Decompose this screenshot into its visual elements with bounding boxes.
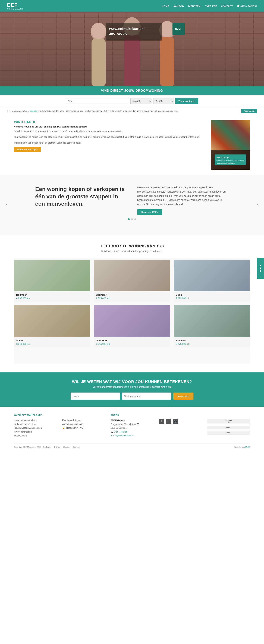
property-info: Boxmeer € 325.000 k.k. (94, 291, 170, 302)
property-card[interactable]: Vianen € 249.000 k.k. (14, 305, 90, 348)
cta-naam-input[interactable] (71, 392, 120, 400)
search-van-select[interactable]: Van € 0 Van € 100.000 Van € 200.000 Van … (131, 98, 152, 104)
footer-link-inloggen[interactable]: 🔒 Inloggen Mijn NVM (62, 427, 83, 429)
property-price: € 249.000 k.k. (16, 343, 88, 345)
winteractie-title: WINTERACTIE (14, 120, 204, 124)
main-nav: HOME AANBOD DIENSTEN OVER EEF CONTACT ☎ … (162, 5, 257, 8)
toon-woningen-button[interactable]: Toon woningen (175, 98, 198, 104)
linkedin-icon[interactable]: in (166, 419, 171, 424)
footer-link-beoordelingen[interactable]: Klantbeoordelingen (62, 419, 80, 422)
footer-website-by: Website by JUNIE (234, 446, 250, 448)
woningaanbod-subtitle: Bekijk ons actuele aanbod aan koopwoning… (14, 250, 250, 252)
footer-col4-title (159, 414, 202, 416)
property-card[interactable]: Overloon € 315.000 k.k. (94, 305, 170, 348)
property-info: Vianen € 249.000 k.k. (14, 337, 90, 348)
footer-link-aankopen[interactable]: Aankopen van een huis (14, 419, 36, 422)
property-info: Overloon € 315.000 k.k. (94, 337, 170, 348)
svg-text:WANDDECORATIE CADEAU: WANDDECORATIE CADEAU (217, 162, 235, 164)
property-card[interactable]: Cuijk € 279.000 k.k. (174, 260, 250, 302)
logo[interactable]: EEF MAKELAARS (7, 3, 24, 10)
property-image (174, 260, 250, 291)
property-card[interactable]: Boxmeer € 325.000 k.k. (94, 260, 170, 302)
footer-bottom: Copyright EEF Makelaars 2019 Disclaimer … (14, 443, 250, 448)
svg-rect-12 (124, 35, 140, 86)
slider-next-button[interactable]: › (255, 200, 261, 210)
svg-rect-15 (160, 37, 174, 86)
property-name: Cuijk (176, 294, 248, 296)
site-footer: OVER EEF MAKELAARS Aankopen van een huis… (0, 407, 264, 452)
dot-2[interactable] (131, 218, 133, 220)
property-name: Boxmeer (16, 294, 88, 296)
property-card[interactable]: Boxmeer € 295.000 k.k. (14, 260, 90, 302)
search-row: Van € 0 Van € 100.000 Van € 200.000 Van … (0, 95, 264, 107)
svg-rect-17 (106, 23, 162, 40)
logo-sub: MAKELAARS (7, 8, 24, 10)
nav-aanbod[interactable]: AANBOD (173, 5, 184, 8)
footer-link-aangekocht[interactable]: Aangekochte woningen (62, 423, 84, 425)
property-image (14, 260, 90, 291)
property-price: € 279.000 k.k. (176, 297, 248, 300)
winteractie-text3: Plan nu jouw verkoopgesprek en profiteer… (14, 141, 204, 145)
meer-over-eef-button[interactable]: Meer over EEF » (137, 209, 162, 215)
accept-cookies-button[interactable]: Accepteren (241, 109, 257, 114)
slider-prev-button[interactable]: ‹ (3, 200, 9, 210)
logo-main: EEF (7, 3, 24, 8)
neem-contact-button[interactable]: Neem contact op » (14, 147, 41, 152)
about-content: Een woning kopen of verkopen is één van … (35, 186, 229, 215)
footer-link-taxatie[interactable]: Taxatierapport laten opstellen (14, 427, 42, 429)
footer-privacy-link[interactable]: Privacy (54, 446, 61, 448)
footer-adres-title: ADRES (111, 414, 153, 416)
winteractie-img-bottom: WINTERACTIE VERKOOP JE WONING VIA EEF EN… (211, 150, 250, 170)
facebook-icon[interactable]: f (159, 419, 164, 424)
property-card[interactable]: Boxmeer € 375.000 k.k. (174, 305, 250, 348)
footer-email: ✉ info@eefmakelaars.nl (111, 434, 133, 437)
nav-home[interactable]: HOME (162, 5, 169, 8)
winteractie-text1: Je wilt je woning verkopen maar je perso… (14, 130, 204, 133)
nav-diensten[interactable]: DIENSTEN (188, 5, 200, 8)
footer-contact-link[interactable]: Contact (73, 446, 80, 448)
about-right: Een woning kopen of verkopen is één van … (137, 186, 229, 215)
nav-over-eef[interactable]: OVER EEF (205, 5, 217, 8)
svg-text:www.eefmakelaars.nl: www.eefmakelaars.nl (109, 27, 145, 31)
woningaanbod-title: HET LAATSTE WONINGAANBOD (14, 244, 250, 248)
footer-link-nwwi[interactable]: NWWI aanmelding (14, 431, 32, 433)
svg-text:NVM: NVM (175, 28, 181, 30)
footer-link-medewerkers[interactable]: Medewerkers (14, 434, 27, 437)
footer-link-verkopen[interactable]: Verkopen van een huis (14, 423, 35, 425)
dot-3[interactable] (134, 218, 136, 220)
footer-col1-title: OVER EEF MAKELAARS (14, 414, 57, 416)
cta-form: Verzenden (14, 392, 250, 400)
woningaanbod-section: HET LAATSTE WONINGAANBOD Bekijk ons actu… (0, 235, 264, 372)
svg-text:VERKOOP JE WONING VIA EEF EN K: VERKOOP JE WONING VIA EEF EN KRIJG EEN I… (217, 160, 246, 162)
footer-cookies-link[interactable]: Cookies (63, 446, 70, 448)
cookie-link[interactable]: cookies (30, 110, 37, 112)
footer-col2-title (62, 414, 105, 416)
verzenden-button[interactable]: Verzenden (173, 392, 193, 400)
footer-disclaimer-link[interactable]: Disclaimer (43, 446, 52, 448)
partner-logos: vastgoedcert NWWI NVM (207, 419, 250, 434)
property-grid-2: Vianen € 249.000 k.k. Overloon € 315.000… (14, 304, 250, 349)
property-image (14, 305, 90, 337)
search-banner: VIND DIRECT JOUW DROOMWONING (0, 86, 264, 95)
search-place-input[interactable] (66, 98, 129, 104)
winteractie-subtitle: Verkoop je woning via EEF en krijg een I… (14, 126, 204, 128)
nvm-logo: NVM (207, 431, 250, 434)
property-image (94, 305, 170, 337)
teal-dot-2 (260, 268, 261, 269)
nav-contact[interactable]: CONTACT (221, 5, 233, 8)
winteractie-ixxi-logo: WINTERACTIE VERKOOP JE WONING VIA EEF EN… (215, 154, 246, 165)
svg-text:WINTERACTIE: WINTERACTIE (217, 156, 230, 159)
instagram-icon[interactable]: 📷 (173, 419, 178, 424)
junie-link[interactable]: JUNIE (244, 446, 250, 448)
social-icons: f in 📷 (159, 419, 202, 424)
footer-col5-title (207, 414, 250, 416)
cta-tel-input[interactable] (122, 392, 171, 400)
property-name: Boxmeer (176, 339, 248, 342)
dot-1[interactable] (128, 218, 130, 220)
vastgoed-cert-logo: vastgoedcert (207, 419, 250, 424)
cookie-bar: EEF Makelaars gebruikt cookies om de web… (0, 107, 264, 115)
footer-col2: Klantbeoordelingen Aangekochte woningen … (62, 414, 105, 438)
footer-phone: 📞 0485 - 745758 (111, 431, 128, 433)
search-tot-select[interactable]: Tot € 0 Tot € 200.000 Tot € 300.000 Tot … (153, 98, 174, 104)
property-name: Boxmeer (96, 294, 168, 296)
